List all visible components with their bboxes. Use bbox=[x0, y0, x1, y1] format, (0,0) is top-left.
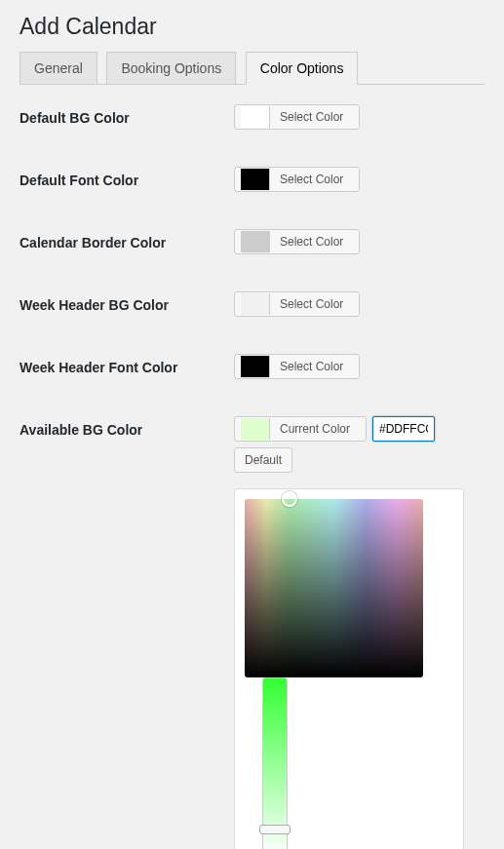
row-available-bg-color: Available BG Color Current Color Default bbox=[19, 416, 485, 849]
button-label: Select Color bbox=[270, 356, 353, 377]
label-week-header-bg-color: Week Header BG Color bbox=[19, 291, 234, 313]
row-week-header-bg-color: Week Header BG Color Select Color bbox=[19, 291, 485, 317]
page-title: Add Calendar bbox=[19, 14, 485, 40]
hex-color-input[interactable] bbox=[372, 416, 435, 442]
color-picker-saturation-area[interactable] bbox=[245, 499, 423, 677]
select-color-button[interactable]: Select Color bbox=[234, 354, 360, 379]
button-label: Select Color bbox=[270, 293, 353, 315]
color-swatch bbox=[241, 418, 270, 440]
color-picker bbox=[234, 488, 464, 849]
color-picker-hue-slider[interactable] bbox=[262, 677, 288, 849]
button-label: Select Color bbox=[270, 169, 353, 190]
row-default-bg-color: Default BG Color Select Color bbox=[19, 104, 485, 130]
tab-general[interactable]: General bbox=[19, 52, 97, 84]
color-swatch bbox=[241, 169, 270, 190]
color-swatch bbox=[241, 293, 270, 315]
select-color-button[interactable]: Select Color bbox=[234, 229, 360, 254]
tab-booking-options[interactable]: Booking Options bbox=[106, 52, 236, 84]
label-default-font-color: Default Font Color bbox=[19, 167, 234, 188]
color-picker-handle[interactable] bbox=[282, 491, 297, 507]
current-color-button[interactable]: Current Color bbox=[234, 416, 367, 442]
row-default-font-color: Default Font Color Select Color bbox=[19, 167, 485, 192]
select-color-button[interactable]: Select Color bbox=[234, 104, 360, 130]
label-week-header-font-color: Week Header Font Color bbox=[19, 354, 234, 375]
row-week-header-font-color: Week Header Font Color Select Color bbox=[19, 354, 485, 379]
row-calendar-border-color: Calendar Border Color Select Color bbox=[19, 229, 485, 254]
label-calendar-border-color: Calendar Border Color bbox=[19, 229, 234, 251]
select-color-button[interactable]: Select Color bbox=[234, 291, 360, 317]
label-available-bg-color: Available BG Color bbox=[19, 416, 234, 438]
tab-color-options[interactable]: Color Options bbox=[246, 52, 359, 85]
button-label: Select Color bbox=[270, 106, 353, 128]
default-color-button[interactable]: Default bbox=[234, 447, 292, 473]
label-default-bg-color: Default BG Color bbox=[19, 104, 234, 126]
button-label: Current Color bbox=[270, 418, 360, 440]
select-color-button[interactable]: Select Color bbox=[234, 167, 360, 192]
color-swatch bbox=[241, 356, 270, 377]
color-swatch bbox=[241, 231, 270, 252]
color-swatch bbox=[241, 106, 270, 128]
button-label: Select Color bbox=[270, 231, 353, 252]
tab-bar: General Booking Options Color Options bbox=[19, 52, 485, 85]
color-picker-hue-handle[interactable] bbox=[259, 825, 291, 834]
